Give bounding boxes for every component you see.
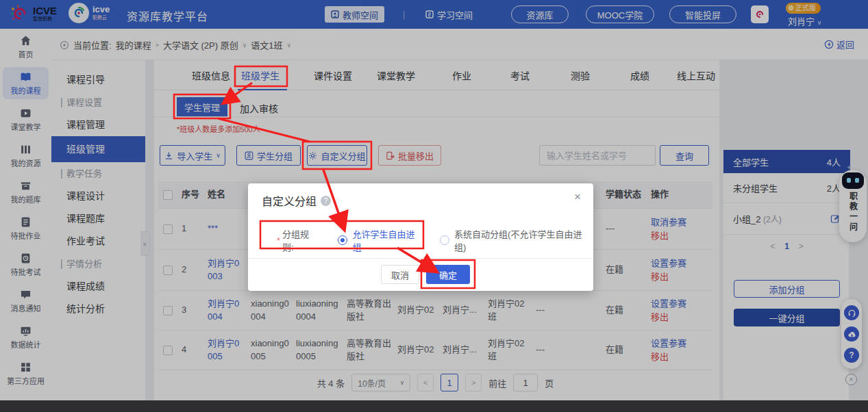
radio-auto-group[interactable] — [440, 235, 449, 245]
app-screen: ICVE 智慧职教 icve 职教云 资源库教学平台 — [0, 0, 868, 412]
radio-auto-group-label[interactable]: 系统自动分组(不允许学生自由进组) — [454, 227, 593, 253]
cancel-button[interactable]: 取消 — [381, 265, 419, 284]
radio-free-join-label[interactable]: 允许学生自由进组 — [352, 227, 423, 253]
confirm-button[interactable]: 确定 — [426, 265, 470, 284]
rule-label: 分组规则: — [282, 227, 320, 253]
modal-footer-divider — [248, 258, 593, 259]
required-star: * — [277, 235, 280, 246]
grouping-rule-row: * 分组规则: 允许学生自由进组 系统自动分组(不允许学生自由进组) — [277, 227, 593, 253]
close-icon[interactable]: × — [574, 190, 581, 204]
modal-title: 自定义分组 ? — [262, 192, 331, 209]
custom-grouping-modal: 自定义分组 ? × * 分组规则: 允许学生自由进组 系统自动分组(不允许学生自… — [248, 183, 593, 291]
help-icon[interactable]: ? — [321, 196, 331, 206]
radio-free-join[interactable] — [338, 235, 347, 245]
